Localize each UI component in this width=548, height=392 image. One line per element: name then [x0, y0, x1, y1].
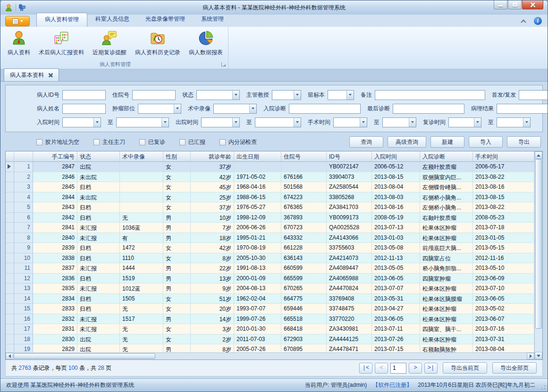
- video-combo[interactable]: [213, 104, 257, 114]
- col-admit-diagnosis[interactable]: 入院诊断: [420, 151, 473, 161]
- query-button[interactable]: 查询: [349, 136, 383, 148]
- discharge-to-combo[interactable]: [255, 117, 301, 127]
- table-row[interactable]: 32845归档女45岁1968-04-16501568ZA25805442013…: [6, 182, 534, 192]
- discharge-to-combo-dropdown-button[interactable]: [294, 118, 301, 127]
- admit-diagnosis-field[interactable]: [289, 104, 361, 114]
- tab-close-icon[interactable]: [49, 73, 53, 77]
- tab-patient-management[interactable]: 病人资料管理: [36, 13, 87, 27]
- maximize-button[interactable]: [508, 0, 522, 9]
- app-menu-button[interactable]: [5, 16, 30, 26]
- table-row[interactable]: 12847出院女37岁YB00721472006-05-12左额叶胶质瘤2006…: [6, 162, 534, 172]
- vertical-scroll-thumb[interactable]: [535, 159, 542, 329]
- advanced-query-button[interactable]: 高级查询: [388, 136, 426, 148]
- tumor-site-combo[interactable]: [138, 104, 181, 114]
- surgery-from-combo-dropdown-button[interactable]: [360, 118, 367, 127]
- table-row[interactable]: 92839归档1472女42岁1970-08-19661228337556032…: [6, 243, 534, 253]
- vertical-scrollbar[interactable]: [534, 151, 542, 359]
- professor-combo[interactable]: [272, 90, 301, 100]
- video-combo-dropdown-button[interactable]: [249, 104, 256, 113]
- minimize-button[interactable]: [494, 0, 507, 9]
- scroll-right-button[interactable]: [527, 353, 534, 359]
- table-row[interactable]: 192829出院无男8岁2005-07-26670895ZA4478471201…: [6, 344, 534, 352]
- patient-data-button[interactable]: 病人资料: [3, 28, 34, 58]
- patient-id-field[interactable]: [62, 90, 106, 100]
- dialog-launcher-icon[interactable]: [221, 62, 226, 67]
- col-inpatient-no[interactable]: 住院号: [281, 151, 327, 161]
- postop-report-button[interactable]: 术后病人汇报资料: [34, 28, 88, 58]
- info-icon[interactable]: i: [534, 17, 542, 25]
- revisit-from-combo-dropdown-button[interactable]: [474, 118, 481, 127]
- remark-field[interactable]: [375, 90, 485, 100]
- col-birthdate[interactable]: 出生日期: [234, 151, 281, 161]
- new-button[interactable]: 新建: [430, 136, 464, 148]
- table-row[interactable]: 172831未汇报无女3岁2010-01-30668418ZA343098120…: [6, 324, 534, 334]
- patient-name-field[interactable]: [62, 104, 106, 114]
- horizontal-scroll-thumb[interactable]: [14, 353, 155, 359]
- prev-page-button[interactable]: <: [375, 363, 388, 374]
- status-combo[interactable]: [196, 90, 240, 100]
- col-video[interactable]: 术中录像: [120, 151, 163, 161]
- export-button[interactable]: 导出: [507, 136, 541, 148]
- tumor-site-combo-dropdown-button[interactable]: [174, 104, 181, 113]
- scroll-up-button[interactable]: [535, 151, 542, 159]
- revisited-checkbox[interactable]: 已复诊: [139, 138, 165, 146]
- discharge-from-combo-dropdown-button[interactable]: [232, 118, 239, 127]
- specimen-combo-dropdown-button[interactable]: [346, 91, 354, 100]
- col-id-no[interactable]: ID号: [327, 151, 372, 161]
- endocrine-checkbox[interactable]: 内分泌检查: [219, 138, 257, 146]
- col-surgery-date[interactable]: 手术时间: [473, 151, 534, 161]
- table-row[interactable]: 182830出院无女2岁2011-07-03672903ZA4444125201…: [6, 334, 534, 345]
- table-row[interactable]: 132835未汇报1012蓝男9岁2004-08-13670265ZA44708…: [6, 284, 534, 294]
- table-row[interactable]: 72841未汇报1036蓝男7岁2006-06-26670723QA002552…: [6, 223, 534, 233]
- admit-from-combo-dropdown-button[interactable]: [93, 118, 101, 127]
- collapse-ribbon-icon[interactable]: [521, 19, 526, 25]
- horizontal-scrollbar[interactable]: [6, 352, 534, 359]
- table-row[interactable]: 102838归档1110女8岁2005-10-30636143ZA4214073…: [6, 253, 534, 264]
- revisit-reminder-button[interactable]: 近期复诊提醒: [88, 28, 131, 58]
- registered-link[interactable]: 【软件已注册】: [372, 381, 412, 389]
- tab-disc-management[interactable]: 光盘录像带管理: [137, 13, 193, 27]
- export-all-pages-button[interactable]: 导出全部页: [492, 362, 537, 374]
- app-logo-icon[interactable]: [5, 4, 13, 12]
- status-combo-dropdown-button[interactable]: [232, 91, 239, 100]
- layout-icon[interactable]: [19, 4, 25, 11]
- data-report-button[interactable]: 病人数据报表: [185, 28, 227, 58]
- final-diagnosis-field[interactable]: [393, 104, 464, 114]
- export-current-page-button[interactable]: 导出当前页: [443, 362, 487, 374]
- professor-combo-dropdown-button[interactable]: [294, 91, 301, 100]
- film-address-empty-checkbox[interactable]: 胶片地址为空: [36, 138, 79, 146]
- table-row[interactable]: 22846未出院女42岁1971-05-02676166339040732013…: [6, 172, 534, 183]
- table-row[interactable]: 82840未汇报有男18岁1995-01-21643332ZA414306620…: [6, 233, 534, 243]
- col-admit-date[interactable]: 入院时间: [372, 151, 420, 161]
- surgery-from-combo[interactable]: [333, 117, 367, 127]
- revisit-to-combo[interactable]: [497, 117, 531, 127]
- patient-history-button[interactable]: 病人资料历史记录: [131, 28, 185, 58]
- specimen-combo[interactable]: [328, 90, 354, 100]
- tab-staff-info[interactable]: 科室人员信息: [87, 13, 137, 27]
- table-row[interactable]: 112837未汇报1444男22岁1991-08-13660599ZA40894…: [6, 263, 534, 274]
- col-status[interactable]: 状态: [77, 151, 120, 161]
- table-row[interactable]: 152833归档无女20岁1993-07-0765944633748475201…: [6, 304, 534, 314]
- inpatient-no-field[interactable]: [132, 90, 176, 100]
- admit-from-combo[interactable]: [62, 117, 101, 127]
- reported-checkbox[interactable]: 已汇报: [179, 138, 205, 146]
- last-page-button[interactable]: >|: [424, 363, 438, 374]
- page-input[interactable]: [390, 363, 406, 374]
- admit-to-combo[interactable]: [116, 117, 169, 127]
- table-row[interactable]: 122836归档1519男13岁2000-01-09665599ZA406598…: [6, 274, 534, 284]
- table-row[interactable]: 142834归档1505女51岁1962-02-0466477533769408…: [6, 294, 534, 304]
- col-manual-no[interactable]: 手工编号: [33, 151, 77, 161]
- table-row[interactable]: 162832未汇报1517男14岁1999-07-266655183377022…: [6, 314, 534, 325]
- first-page-button[interactable]: |<: [359, 363, 372, 374]
- discharge-from-combo[interactable]: [201, 117, 240, 127]
- next-page-button[interactable]: >: [409, 363, 422, 374]
- surgery-to-combo[interactable]: [382, 117, 416, 127]
- revisit-to-combo-dropdown-button[interactable]: [523, 118, 530, 127]
- admit-to-combo-dropdown-button[interactable]: [161, 118, 169, 127]
- surgery-to-combo-dropdown-button[interactable]: [409, 118, 416, 127]
- import-button[interactable]: 导入: [469, 136, 503, 148]
- col-gender[interactable]: 性别: [163, 151, 191, 161]
- scroll-down-button[interactable]: [535, 352, 542, 359]
- col-age[interactable]: 就诊年龄: [191, 151, 234, 161]
- revisit-from-combo[interactable]: [448, 117, 481, 127]
